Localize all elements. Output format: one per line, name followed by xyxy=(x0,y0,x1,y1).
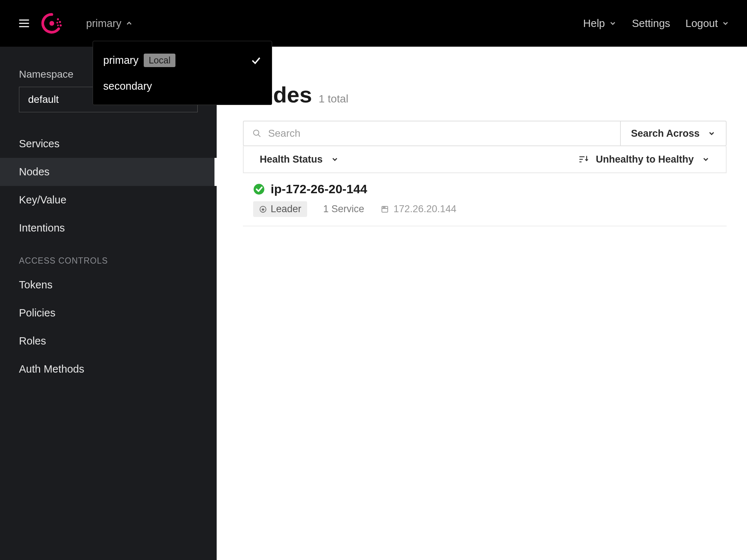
help-menu[interactable]: Help xyxy=(583,18,617,30)
datacenter-option-label: secondary xyxy=(103,80,152,92)
chevron-down-icon xyxy=(721,19,729,27)
search-box[interactable] xyxy=(244,121,620,145)
check-icon xyxy=(251,55,262,66)
help-label: Help xyxy=(583,18,605,30)
svg-point-20 xyxy=(383,207,384,208)
svg-point-9 xyxy=(253,130,259,136)
settings-label: Settings xyxy=(632,18,670,30)
search-across-label: Search Across xyxy=(631,128,700,139)
chevron-down-icon xyxy=(331,155,339,163)
sidebar-item-label: Auth Methods xyxy=(19,363,84,375)
sort-icon xyxy=(578,154,588,164)
logout-label: Logout xyxy=(685,18,718,30)
sidebar-item-auth-methods[interactable]: Auth Methods xyxy=(0,355,217,383)
datacenter-option-secondary[interactable]: secondary xyxy=(93,74,272,99)
sidebar-item-policies[interactable]: Policies xyxy=(0,299,217,327)
datacenter-selector[interactable]: primary xyxy=(86,18,133,30)
sidebar-item-services[interactable]: Services xyxy=(0,130,217,158)
sidebar-item-label: Policies xyxy=(19,307,55,319)
svg-point-4 xyxy=(57,18,59,20)
sidebar-section-access-controls: ACCESS CONTROLS xyxy=(0,242,217,271)
sidebar-item-label: Intentions xyxy=(19,222,65,234)
sidebar-item-intentions[interactable]: Intentions xyxy=(0,214,217,242)
sidebar-item-label: Roles xyxy=(19,335,46,347)
datacenter-selected-label: primary xyxy=(86,18,121,30)
leader-badge: Leader xyxy=(253,201,307,217)
search-input[interactable] xyxy=(268,128,611,139)
svg-marker-17 xyxy=(261,207,265,211)
status-passing-icon xyxy=(253,183,265,195)
svg-point-7 xyxy=(57,22,58,24)
sidebar-item-key-value[interactable]: Key/Value xyxy=(0,186,217,214)
node-ip-value: 172.26.20.144 xyxy=(394,203,457,215)
node-services-count: 1 Service xyxy=(323,203,364,215)
menu-icon[interactable] xyxy=(18,17,31,30)
chevron-down-icon xyxy=(702,155,710,163)
node-name: ip-172-26-20-144 xyxy=(271,182,367,196)
svg-point-8 xyxy=(57,24,59,26)
logout-menu[interactable]: Logout xyxy=(685,18,729,30)
datacenter-local-badge: Local xyxy=(144,54,176,67)
sidebar-item-nodes[interactable]: Nodes xyxy=(0,158,217,186)
svg-point-3 xyxy=(49,21,54,26)
consul-logo-icon xyxy=(41,12,63,34)
sidebar-item-label: Key/Value xyxy=(19,194,66,206)
svg-point-15 xyxy=(253,184,264,194)
chevron-down-icon xyxy=(708,129,716,137)
chevron-up-icon xyxy=(125,19,133,27)
svg-line-10 xyxy=(258,135,260,137)
sidebar-item-label: Nodes xyxy=(19,166,50,178)
sidebar-item-label: Tokens xyxy=(19,279,53,291)
sidebar-item-label: Services xyxy=(19,138,59,149)
settings-link[interactable]: Settings xyxy=(632,18,670,30)
page-count: 1 total xyxy=(318,93,348,105)
sidebar-item-roles[interactable]: Roles xyxy=(0,327,217,355)
star-icon xyxy=(259,205,267,213)
sort-label: Unhealthy to Healthy xyxy=(596,154,694,165)
search-across-dropdown[interactable]: Search Across xyxy=(620,121,726,145)
sidebar-item-tokens[interactable]: Tokens xyxy=(0,271,217,299)
network-icon xyxy=(380,205,389,214)
node-ip: 172.26.20.144 xyxy=(380,203,457,215)
datacenter-option-primary[interactable]: primary Local xyxy=(93,47,272,74)
search-icon xyxy=(252,129,262,138)
node-row[interactable]: ip-172-26-20-144 Leader 1 Service 172.26… xyxy=(243,173,727,226)
svg-point-5 xyxy=(59,21,61,23)
filter-label: Health Status xyxy=(260,154,323,165)
datacenter-dropdown: primary Local secondary xyxy=(93,41,272,105)
datacenter-option-label: primary xyxy=(103,54,139,66)
main-content: Nodes 1 total Search Across Health Statu… xyxy=(217,47,747,560)
svg-point-21 xyxy=(384,207,385,208)
sidebar: Namespace default Services Nodes Key/Val… xyxy=(0,47,217,560)
namespace-value: default xyxy=(28,94,59,105)
sort-dropdown[interactable]: Unhealthy to Healthy xyxy=(578,154,710,165)
health-status-filter[interactable]: Health Status xyxy=(260,154,339,165)
chevron-down-icon xyxy=(609,19,617,27)
leader-label: Leader xyxy=(271,203,301,215)
svg-point-6 xyxy=(60,24,62,27)
